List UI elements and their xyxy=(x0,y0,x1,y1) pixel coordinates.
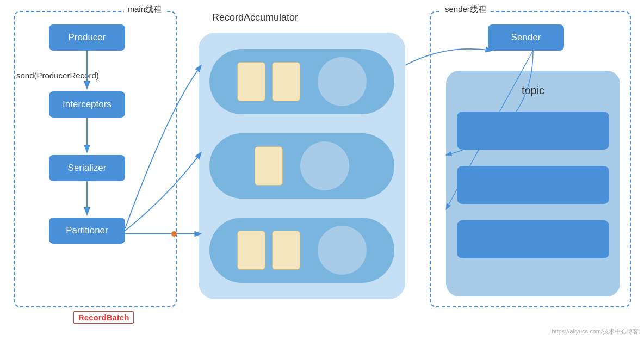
pill-rect-2a xyxy=(255,146,283,186)
topic-partition-2 xyxy=(457,166,609,204)
watermark: https://aliyucs.com/技术中心博客 xyxy=(552,327,639,336)
main-thread-label: main线程 xyxy=(124,4,165,15)
send-label: send(ProducerRecord) xyxy=(16,71,99,80)
serializer-button[interactable]: Serializer xyxy=(49,155,125,181)
record-accumulator-box xyxy=(199,33,405,299)
pill-rect-3b xyxy=(272,231,300,270)
topic-label: topic xyxy=(446,84,620,97)
partitioner-button[interactable]: Partitioner xyxy=(49,218,125,244)
pill-circle-1 xyxy=(318,57,367,106)
sender-button[interactable]: Sender xyxy=(488,24,564,51)
pill-rect-1b xyxy=(272,62,300,101)
sender-thread-label: sender线程 xyxy=(442,4,490,15)
pill-circle-3 xyxy=(318,226,367,275)
diagram-container: main线程 sender线程 Producer send(ProducerRe… xyxy=(0,0,644,340)
pill-rect-1a xyxy=(237,62,265,101)
topic-box: topic xyxy=(446,71,620,296)
record-batch-label: RecordBatch xyxy=(73,311,134,324)
pill-row-2 xyxy=(209,133,394,199)
record-accumulator-label: RecordAccumulator xyxy=(212,12,298,23)
topic-partition-3 xyxy=(457,220,609,258)
interceptors-button[interactable]: Interceptors xyxy=(49,91,125,118)
pill-row-3 xyxy=(209,218,394,283)
pill-rect-3a xyxy=(237,231,265,270)
pill-circle-2 xyxy=(300,141,349,190)
pill-row-1 xyxy=(209,49,394,114)
producer-button[interactable]: Producer xyxy=(49,24,125,51)
topic-partition-1 xyxy=(457,112,609,150)
